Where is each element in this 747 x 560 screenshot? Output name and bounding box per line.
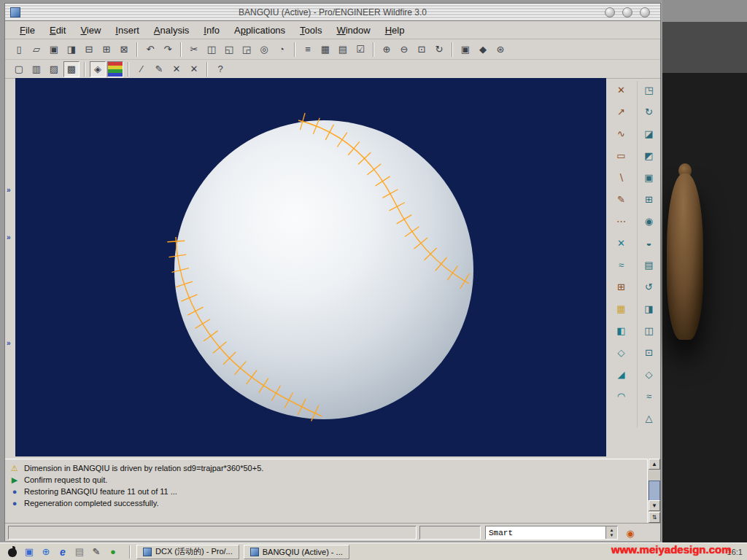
point-display-icon[interactable]: ✕ bbox=[169, 61, 185, 77]
annotation-display-icon[interactable]: ∕ bbox=[133, 61, 150, 77]
palette-tool-icon[interactable]: ▦ bbox=[612, 300, 630, 318]
shaded-icon[interactable]: ▩ bbox=[63, 61, 80, 77]
titlebar[interactable]: BANGQIU (Active) - Pro/ENGINEER Wildfire… bbox=[5, 4, 660, 21]
scroll-down-button[interactable]: ▼ bbox=[649, 500, 660, 511]
line-tool-icon[interactable]: ∖ bbox=[612, 168, 630, 187]
taskbar-button-bangqiu[interactable]: BANGQIU (Active) - ... bbox=[244, 545, 349, 559]
program-icon[interactable]: ☑ bbox=[352, 42, 368, 58]
new-icon[interactable]: ▯ bbox=[11, 42, 27, 58]
selection-buffer-icon[interactable]: ◉ bbox=[624, 526, 637, 540]
dock-media-icon[interactable]: ● bbox=[107, 545, 120, 559]
zoom-in-icon[interactable]: ⊕ bbox=[379, 42, 395, 58]
trim-icon[interactable]: ◇ bbox=[640, 365, 658, 384]
sweep-icon[interactable]: ◩ bbox=[640, 147, 658, 165]
half-view-tool-icon[interactable]: ◧ bbox=[612, 322, 630, 340]
minimize-button[interactable] bbox=[605, 7, 615, 18]
shell-icon[interactable]: ▤ bbox=[640, 256, 658, 274]
menu-view[interactable]: View bbox=[80, 25, 101, 36]
save-icon[interactable]: ▣ bbox=[46, 42, 62, 58]
menu-insert[interactable]: Insert bbox=[115, 25, 139, 36]
combo-spinner[interactable]: ▲▼ bbox=[605, 526, 617, 539]
copy-icon[interactable]: ◫ bbox=[204, 42, 220, 58]
maximize-button[interactable] bbox=[622, 7, 632, 18]
arc-tool-icon[interactable]: ◠ bbox=[612, 387, 630, 405]
menu-info[interactable]: Info bbox=[204, 25, 220, 36]
pencil-tool-icon[interactable]: ✎ bbox=[612, 190, 630, 209]
revolve-icon[interactable]: ↻ bbox=[640, 103, 658, 121]
scroll-resize-button[interactable]: ⇅ bbox=[649, 512, 660, 523]
wedge-tool-icon[interactable]: ◢ bbox=[612, 365, 630, 384]
print-preview-icon[interactable]: ⊞ bbox=[98, 42, 115, 58]
chamfer-icon[interactable]: ◒ bbox=[640, 234, 658, 252]
cross-tool-icon[interactable]: ✕ bbox=[612, 234, 630, 252]
draft-icon[interactable]: ↺ bbox=[640, 278, 658, 296]
menu-tools[interactable]: Tools bbox=[300, 25, 322, 36]
cut-icon[interactable]: ✂ bbox=[186, 42, 202, 58]
reorient-icon[interactable]: ↻ bbox=[431, 42, 447, 58]
rect-tool-icon[interactable]: ▭ bbox=[612, 147, 630, 165]
save-a-copy-icon[interactable]: ◨ bbox=[63, 42, 80, 58]
mirror-icon[interactable]: ⊡ bbox=[640, 343, 658, 362]
selection-filter-combo[interactable]: Smart ▲▼ bbox=[485, 526, 618, 540]
point-tool-icon[interactable]: ✕ bbox=[612, 81, 630, 99]
message-scrollbar[interactable]: ▲ ▼ ⇅ bbox=[647, 459, 660, 523]
menu-analysis[interactable]: Analysis bbox=[154, 25, 189, 36]
scroll-thumb[interactable] bbox=[649, 481, 660, 501]
settings-icon[interactable]: ⊛ bbox=[492, 42, 508, 58]
view-manager-icon[interactable]: ▦ bbox=[317, 42, 333, 58]
redo-icon[interactable]: ↷ bbox=[160, 42, 176, 58]
diamond-tool-icon[interactable]: ◇ bbox=[612, 343, 630, 362]
search-icon[interactable]: ◎ bbox=[256, 42, 272, 58]
menu-window[interactable]: Window bbox=[336, 25, 370, 36]
open-icon[interactable]: ▱ bbox=[28, 42, 44, 58]
context-help-icon[interactable]: ? bbox=[212, 61, 228, 77]
wave-tool-icon[interactable]: ≈ bbox=[612, 256, 630, 274]
style-icon[interactable]: ≈ bbox=[640, 387, 658, 405]
family-table-icon[interactable]: ▤ bbox=[335, 42, 351, 58]
select-filter-icon[interactable]: ◔ bbox=[274, 42, 290, 58]
panel-handle[interactable]: » bbox=[7, 338, 15, 349]
extrude-icon[interactable]: ◪ bbox=[640, 125, 658, 143]
dock-browser-icon[interactable]: e bbox=[56, 545, 69, 559]
constraint-display-icon[interactable]: ✕ bbox=[186, 61, 202, 77]
graphics-viewport[interactable] bbox=[15, 78, 606, 456]
pattern-tool-icon[interactable]: ⋯ bbox=[612, 212, 630, 230]
spring-tool-icon[interactable]: ∿ bbox=[612, 125, 630, 143]
grid-tool-icon[interactable]: ⊞ bbox=[612, 278, 630, 296]
no-hidden-icon[interactable]: ▨ bbox=[46, 61, 62, 77]
render-icon[interactable]: ◆ bbox=[475, 42, 491, 58]
blend-icon[interactable]: ▣ bbox=[640, 168, 658, 187]
round-icon[interactable]: ◉ bbox=[640, 212, 658, 230]
paste-special-icon[interactable]: ◲ bbox=[239, 42, 255, 58]
refit-icon[interactable]: ⊡ bbox=[414, 42, 430, 58]
dimension-display-icon[interactable]: ✎ bbox=[151, 61, 167, 77]
menu-edit[interactable]: Edit bbox=[50, 25, 66, 36]
appearance-gallery-icon[interactable]: ▤ bbox=[107, 61, 123, 77]
background-app-window[interactable] bbox=[662, 0, 747, 542]
sphere-model[interactable] bbox=[174, 120, 473, 419]
layers-icon[interactable]: ≡ bbox=[300, 42, 316, 58]
hole-icon[interactable]: ⊞ bbox=[640, 190, 658, 209]
erase-icon[interactable]: ⊠ bbox=[116, 42, 132, 58]
hidden-line-icon[interactable]: ▥ bbox=[28, 61, 44, 77]
pattern-icon[interactable]: ◫ bbox=[640, 322, 658, 340]
undo-icon[interactable]: ↶ bbox=[142, 42, 158, 58]
warp-icon[interactable]: △ bbox=[640, 409, 658, 427]
menu-file[interactable]: File bbox=[20, 25, 35, 36]
scroll-up-button[interactable]: ▲ bbox=[649, 459, 660, 470]
datum-plane-icon[interactable]: ◳ bbox=[640, 81, 658, 99]
dock-editor-icon[interactable]: ✎ bbox=[90, 545, 103, 559]
apple-menu-icon[interactable] bbox=[6, 545, 19, 559]
spin-center-icon[interactable]: ◈ bbox=[90, 61, 106, 77]
dock-network-icon[interactable]: ⊕ bbox=[39, 545, 53, 559]
print-icon[interactable]: ⊟ bbox=[81, 42, 97, 58]
rib-icon[interactable]: ◨ bbox=[640, 300, 658, 318]
panel-handle[interactable]: » bbox=[7, 185, 15, 195]
panel-handle[interactable]: » bbox=[7, 233, 15, 243]
arrow-tool-icon[interactable]: ↗ bbox=[612, 103, 630, 121]
menu-applications[interactable]: Applications bbox=[234, 25, 285, 36]
wireframe-icon[interactable]: ▢ bbox=[11, 61, 27, 77]
dock-computer-icon[interactable]: ▣ bbox=[23, 545, 36, 559]
close-button[interactable] bbox=[640, 7, 650, 18]
taskbar-button-dcx[interactable]: DCX (活动的) - Pro/... bbox=[136, 545, 239, 559]
